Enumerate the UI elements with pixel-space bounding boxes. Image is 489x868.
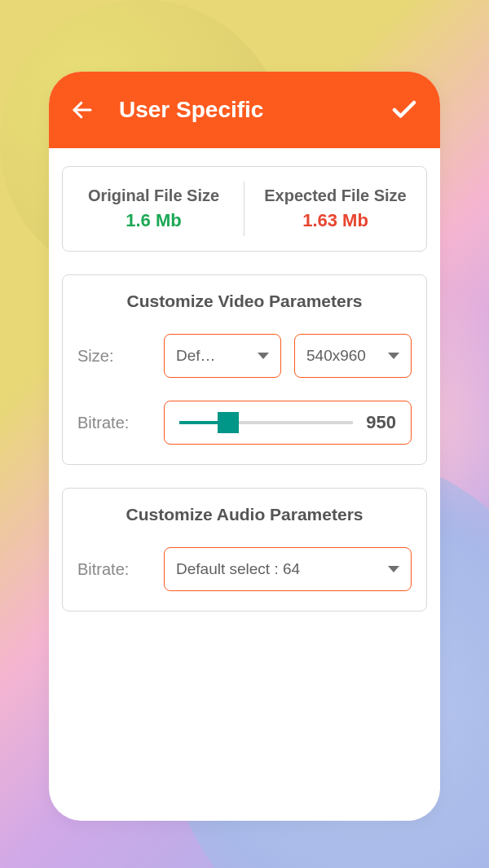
original-size-col: Original File Size 1.6 Mb xyxy=(63,186,244,231)
chevron-down-icon xyxy=(388,566,399,572)
audio-bitrate-row: Bitrate: Default select : 64 xyxy=(77,547,412,591)
chevron-down-icon xyxy=(258,353,269,359)
video-bitrate-value: 950 xyxy=(366,412,396,433)
audio-bitrate-label: Bitrate: xyxy=(77,560,151,579)
video-bitrate-row: Bitrate: 950 xyxy=(77,401,412,445)
slider-thumb[interactable] xyxy=(218,412,239,433)
audio-section-title: Customize Audio Parameters xyxy=(77,505,412,524)
audio-bitrate-select[interactable]: Default select : 64 xyxy=(164,547,412,591)
video-bitrate-control: 950 xyxy=(164,401,412,445)
chevron-down-icon xyxy=(388,353,399,359)
video-bitrate-slider[interactable] xyxy=(179,421,353,424)
arrow-left-icon xyxy=(70,98,95,122)
back-button[interactable] xyxy=(68,96,96,124)
video-section-title: Customize Video Parameters xyxy=(77,292,412,311)
settings-card: User Specific Original File Size 1.6 Mb … xyxy=(49,72,440,821)
header: User Specific xyxy=(49,72,440,148)
video-size-row: Size: Def… 540x960 xyxy=(77,334,412,378)
audio-bitrate-value: Default select : 64 xyxy=(176,560,381,578)
original-size-label: Original File Size xyxy=(63,186,244,205)
original-size-value: 1.6 Mb xyxy=(63,210,244,231)
page-title: User Specific xyxy=(119,97,388,123)
video-parameters-section: Customize Video Parameters Size: Def… 54… xyxy=(62,274,427,465)
video-bitrate-label: Bitrate: xyxy=(77,414,151,432)
video-size-mode-value: Def… xyxy=(176,347,251,365)
expected-size-label: Expected File Size xyxy=(244,186,426,205)
audio-parameters-section: Customize Audio Parameters Bitrate: Defa… xyxy=(62,488,427,612)
content: Original File Size 1.6 Mb Expected File … xyxy=(49,148,440,629)
expected-size-value: 1.63 Mb xyxy=(244,210,426,231)
video-size-label: Size: xyxy=(77,347,151,366)
video-size-mode-select[interactable]: Def… xyxy=(164,334,281,378)
confirm-button[interactable] xyxy=(388,94,421,126)
video-resolution-select[interactable]: 540x960 xyxy=(294,334,412,378)
file-size-panel: Original File Size 1.6 Mb Expected File … xyxy=(62,166,427,252)
video-resolution-value: 540x960 xyxy=(306,347,381,365)
check-icon xyxy=(390,95,419,125)
expected-size-col: Expected File Size 1.63 Mb xyxy=(244,186,426,231)
